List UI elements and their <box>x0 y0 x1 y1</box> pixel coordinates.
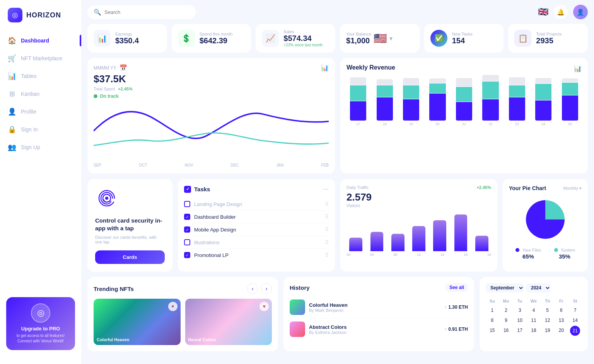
cal-day-13[interactable]: 13 <box>555 316 568 325</box>
task-item-3: Illustrations ⠿ <box>184 236 329 249</box>
task-check-3[interactable] <box>184 239 190 245</box>
history-by-0: By Mark Benjamin <box>309 308 440 313</box>
cal-day-11[interactable]: 11 <box>527 316 540 325</box>
fingerprint-icon <box>95 187 118 213</box>
sidebar-item-signin[interactable]: 🔒 Sign In <box>0 121 81 138</box>
bar-label-22: 22 <box>488 122 492 126</box>
pie-chart-card: Your Pie Chart Monthly ▾ <box>503 179 588 272</box>
cards-button[interactable]: Cards <box>95 250 165 264</box>
sidebar-item-label-signin: Sign In <box>21 126 38 133</box>
nft-card-1[interactable]: ♥ Neural Colors <box>185 299 272 345</box>
security-title: Control card security in-app with a tap <box>95 217 165 232</box>
cal-day-4[interactable]: 4 <box>527 306 540 315</box>
traffic-label: Daily Traffic <box>346 185 369 190</box>
sidebar-item-profile[interactable]: 👤 Profile <box>0 103 81 121</box>
sidebar-item-signup[interactable]: 👥 Sign Up <box>0 138 81 156</box>
search-icon: 🔍 <box>94 9 101 16</box>
traffic-change: +2.45% <box>476 185 491 190</box>
calendar-icon[interactable]: 📅 <box>119 64 127 71</box>
sidebar-item-label-nft: NFT Marketplace <box>21 55 62 61</box>
home-icon: 🏠 <box>8 36 16 45</box>
cal-day-7[interactable]: 7 <box>568 306 582 315</box>
task-check-4[interactable]: ✓ <box>184 252 190 258</box>
cal-day-6[interactable]: 6 <box>555 306 568 315</box>
cal-day-5[interactable]: 5 <box>541 306 554 315</box>
task-drag-4[interactable]: ⠿ <box>325 252 329 258</box>
nft-prev-button[interactable]: ‹ <box>247 283 258 294</box>
pie-period-select[interactable]: Monthly ▾ <box>563 186 582 191</box>
cal-day-17[interactable]: 17 <box>513 326 526 336</box>
x-label-dec: DEC <box>230 163 239 167</box>
logo: ◎ HORIZON <box>0 8 81 32</box>
history-item-1: Abstract Colors By Esthera Jackson ↑ 0.9… <box>290 318 468 340</box>
task-drag-3[interactable]: ⠿ <box>325 239 329 245</box>
chart-bar-icon[interactable]: 📊 <box>321 64 329 71</box>
cal-day-8[interactable]: 8 <box>486 316 499 325</box>
cart-icon: 🛒 <box>8 54 16 63</box>
sidebar-item-tables[interactable]: 📊 Tables <box>0 67 81 85</box>
eth-value-0: 1.30 ETH <box>448 304 468 310</box>
stat-balance: Your Balance $1,000 🇺🇸 ▾ <box>340 24 420 53</box>
see-all-button[interactable]: See all <box>446 283 468 292</box>
bar-chart-area: 17 18 19 <box>346 76 582 126</box>
nft-heart-1[interactable]: ♥ <box>259 302 269 311</box>
cal-year-select[interactable]: 2024 <box>526 283 551 293</box>
cal-day-10[interactable]: 10 <box>513 316 526 325</box>
nft-cards: ♥ Colorful Heaven ♥ Neural Colors <box>94 299 272 345</box>
cal-day-14[interactable]: 14 <box>568 316 582 325</box>
weekly-revenue-title: Weekly Revenue <box>346 64 395 71</box>
sidebar: ◎ HORIZON 🏠 Dashboard 🛒 NFT Marketplace … <box>0 0 81 364</box>
search-box[interactable]: 🔍 <box>87 5 196 19</box>
bar-label-25: 25 <box>568 122 572 126</box>
cal-day-20[interactable]: 20 <box>555 326 568 336</box>
sidebar-item-kanban[interactable]: ⊞ Kanban <box>0 85 81 103</box>
upgrade-card[interactable]: ◎ Upgrade to PRO to get access to all fe… <box>6 297 75 350</box>
balance-dropdown-icon[interactable]: ▾ <box>389 35 393 42</box>
notifications-bell[interactable]: 🔔 <box>554 5 568 19</box>
bar-group-18: 18 <box>373 79 396 126</box>
cal-day-15[interactable]: 15 <box>486 326 499 336</box>
sidebar-item-dashboard[interactable]: 🏠 Dashboard <box>0 32 81 49</box>
task-check-0[interactable] <box>184 201 190 207</box>
cal-day-1[interactable]: 1 <box>486 306 499 315</box>
cal-day-18[interactable]: 18 <box>527 326 540 336</box>
search-input[interactable] <box>104 9 189 15</box>
task-drag-0[interactable]: ⠿ <box>325 201 329 207</box>
nft-next-button[interactable]: › <box>261 283 272 294</box>
cal-today[interactable]: 21 <box>570 326 580 336</box>
task-name-4: Promotional LP <box>194 252 321 258</box>
user-avatar[interactable]: 👤 <box>573 5 588 19</box>
cal-day-19[interactable]: 19 <box>541 326 554 336</box>
cal-month-select[interactable]: September <box>486 283 524 293</box>
tx-1: 04 <box>370 253 374 257</box>
tasks-label: New Tasks <box>452 32 473 36</box>
task-drag-1[interactable]: ⠿ <box>325 214 329 220</box>
pie-legend-files: Your Files 65% <box>515 248 541 260</box>
topbar-right: 🇬🇧 🔔 👤 <box>538 5 588 19</box>
cal-day-9[interactable]: 9 <box>500 316 513 325</box>
cal-day-2[interactable]: 2 <box>500 306 513 315</box>
language-flag[interactable]: 🇬🇧 <box>538 7 548 17</box>
task-check-1[interactable]: ✓ <box>184 214 190 220</box>
cal-day-16[interactable]: 16 <box>500 326 513 336</box>
cal-day-3[interactable]: 3 <box>513 306 526 315</box>
task-check-2[interactable]: ✓ <box>184 226 190 233</box>
sidebar-item-nft[interactable]: 🛒 NFT Marketplace <box>0 49 81 67</box>
bar-label-20: 20 <box>436 122 440 126</box>
tasks-title: ✓ Tasks <box>184 186 210 193</box>
main-chart-value: $37.5K <box>94 73 329 85</box>
cal-day-12[interactable]: 12 <box>541 316 554 325</box>
traffic-bar-area <box>346 213 491 251</box>
task-item-2: ✓ Mobile App Design ⠿ <box>184 223 329 236</box>
files-dot <box>515 248 519 252</box>
tasks-menu-icon[interactable]: ··· <box>323 185 329 193</box>
nft-card-0[interactable]: ♥ Colorful Heaven <box>94 299 181 345</box>
nft-heart-0[interactable]: ♥ <box>168 302 178 311</box>
t-bar-1 <box>370 232 384 251</box>
sales-label: Sales <box>283 29 323 34</box>
bar-label-21: 21 <box>462 122 466 126</box>
stat-tasks: ✅ New Tasks 154 <box>424 24 504 53</box>
traffic-sub: Visitors <box>346 203 491 208</box>
task-drag-2[interactable]: ⠿ <box>325 226 329 233</box>
on-track-label: On track <box>100 94 119 99</box>
